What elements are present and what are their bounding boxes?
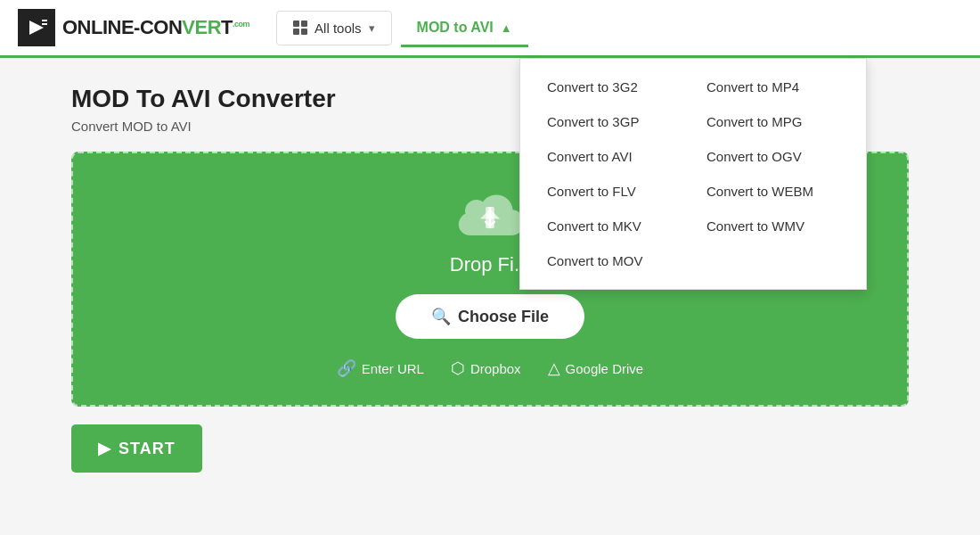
grid-icon	[293, 21, 307, 35]
dropdown-item-3gp[interactable]: Convert to 3GP	[538, 107, 689, 136]
all-tools-label: All tools	[314, 21, 362, 36]
dropbox-icon: ⬡	[451, 358, 465, 378]
google-drive-icon: △	[548, 358, 560, 378]
dropdown-item-flv[interactable]: Convert to FLV	[538, 177, 689, 206]
all-tools-chevron: ▾	[369, 21, 375, 35]
dropbox-label: Dropbox	[470, 361, 521, 376]
logo-svg	[24, 15, 49, 40]
link-icon: 🔗	[337, 358, 356, 378]
start-label: START	[118, 440, 176, 458]
dropdown-item-mov[interactable]: Convert to MOV	[538, 246, 689, 276]
dropdown-item-mkv[interactable]: Convert to MKV	[538, 211, 689, 241]
url-options: 🔗 Enter URL ⬡ Dropbox △ Google Drive	[337, 358, 643, 378]
google-drive-label: Google Drive	[566, 361, 644, 376]
choose-file-label: Choose File	[458, 308, 549, 326]
header: ONLINE-CONVERT.com All tools ▾ MOD to AV…	[0, 0, 980, 58]
logo-text: ONLINE-CONVERT.com	[62, 16, 249, 39]
cloud-upload-icon	[454, 189, 526, 243]
start-button[interactable]: ▶ START	[71, 424, 202, 473]
dropbox-option[interactable]: ⬡ Dropbox	[451, 358, 521, 378]
enter-url-label: Enter URL	[362, 361, 424, 376]
drop-files-text: Drop Fi...	[450, 253, 530, 276]
mod-to-avi-button[interactable]: MOD to AVI ▲	[401, 11, 528, 47]
google-drive-option[interactable]: △ Google Drive	[548, 358, 644, 378]
dropdown-item-mpg[interactable]: Convert to MPG	[698, 107, 848, 136]
dropdown-item-avi[interactable]: Convert to AVI	[538, 142, 689, 171]
chevron-right-icon: ▶	[98, 439, 111, 458]
logo: ONLINE-CONVERT.com	[18, 9, 249, 46]
enter-url-option[interactable]: 🔗 Enter URL	[337, 358, 424, 378]
search-icon: 🔍	[431, 307, 451, 326]
dropdown-item-webm[interactable]: Convert to WEBM	[698, 177, 848, 206]
cloud-icon-wrap	[454, 189, 526, 246]
dropdown-item-3g2[interactable]: Convert to 3G2	[538, 72, 689, 102]
dropdown-columns: Convert to 3G2 Convert to MP4 Convert to…	[538, 72, 848, 276]
mod-to-avi-chevron: ▲	[501, 21, 512, 35]
dropdown-item-wmv[interactable]: Convert to WMV	[698, 211, 848, 241]
mod-to-avi-label: MOD to AVI	[417, 20, 494, 36]
dropdown-item-mp4[interactable]: Convert to MP4	[698, 72, 848, 102]
choose-file-button[interactable]: 🔍 Choose File	[396, 294, 584, 339]
dropdown-item-ogv[interactable]: Convert to OGV	[698, 142, 848, 171]
all-tools-button[interactable]: All tools ▾	[276, 11, 392, 45]
dropdown-menu: Convert to 3G2 Convert to MP4 Convert to…	[519, 58, 867, 290]
logo-icon	[18, 9, 55, 46]
